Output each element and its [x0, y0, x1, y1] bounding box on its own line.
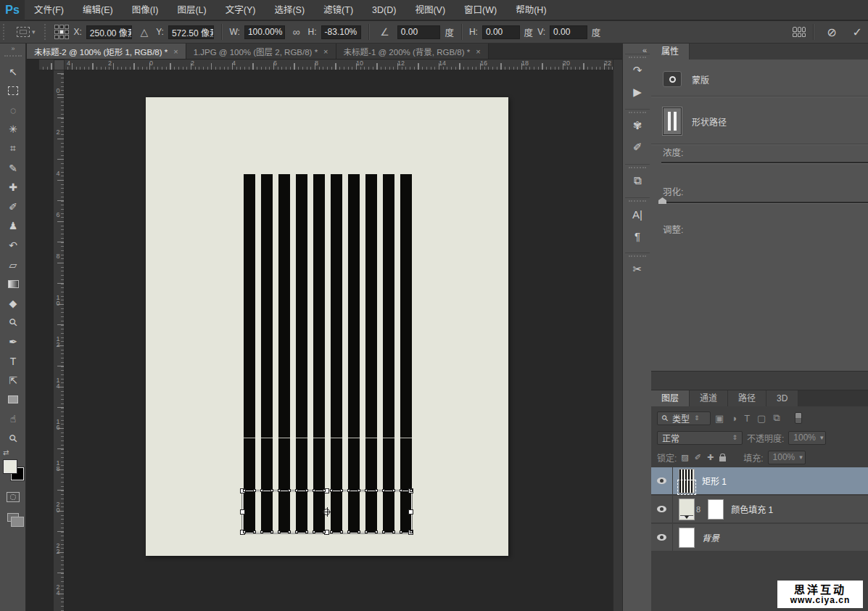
y-position-field[interactable]: 572.50 像素	[168, 25, 215, 39]
path-anchor-point[interactable]	[365, 530, 368, 533]
path-anchor-point[interactable]	[270, 530, 273, 533]
foreground-color-swatch[interactable]	[4, 460, 17, 473]
path-anchor-point[interactable]	[305, 489, 308, 492]
layer-visibility-cell[interactable]	[651, 467, 673, 494]
eye-icon[interactable]	[657, 506, 666, 512]
tab-channels[interactable]: 通道	[690, 390, 728, 406]
panel-splitter[interactable]	[651, 371, 868, 390]
path-anchor-point[interactable]	[375, 530, 378, 533]
eye-icon[interactable]	[657, 534, 666, 541]
reference-point-locator[interactable]	[54, 25, 69, 39]
zoom-tool[interactable]: ⚲	[0, 429, 26, 447]
dock-gripper[interactable]	[629, 167, 646, 168]
quick-mask-mode-button[interactable]	[0, 488, 26, 506]
tab-properties[interactable]: 属性	[651, 44, 690, 60]
tab-paths[interactable]: 路径	[728, 390, 766, 406]
rectangular-marquee-tool[interactable]	[0, 82, 26, 100]
path-anchor-point[interactable]	[243, 530, 246, 533]
quick-selection-tool[interactable]: ✳	[0, 120, 26, 139]
layer-filter-toggle[interactable]	[795, 412, 802, 424]
crop-tool[interactable]: ⌗	[0, 139, 26, 157]
menu-item-edit[interactable]: 编辑(E)	[73, 0, 123, 20]
menu-item-type[interactable]: 文字(Y)	[216, 0, 265, 20]
layer-thumbnail[interactable]	[679, 528, 695, 548]
filter-smart-objects-icon[interactable]: ⧉	[773, 412, 780, 424]
toolbar-collapse-icon[interactable]: »	[0, 45, 25, 52]
warp-mode-toggle[interactable]	[793, 27, 806, 37]
lock-pixels-icon[interactable]: ✐	[695, 453, 701, 462]
document-tab-1-jpg[interactable]: 1.JPG @ 100% (图层 2, RGB/8) *×	[186, 44, 336, 59]
path-anchor-point[interactable]	[382, 489, 385, 492]
tab-close-icon[interactable]: ×	[476, 47, 480, 56]
character-panel-button[interactable]: A|	[625, 203, 650, 225]
document-tab-untitled-2[interactable]: 未标题-2 @ 100% (矩形 1, RGB/8) *×	[27, 44, 186, 59]
path-anchor-point[interactable]	[278, 530, 281, 533]
swap-colors-icon[interactable]: ⇄	[3, 448, 9, 456]
path-anchor-point[interactable]	[288, 489, 291, 492]
path-anchor-point[interactable]	[330, 530, 333, 533]
tab-layers[interactable]: 图层	[651, 390, 690, 406]
rectangle-tool[interactable]	[0, 390, 26, 409]
width-scale-field[interactable]: 100.00%	[244, 25, 285, 39]
path-anchor-point[interactable]	[400, 530, 402, 533]
path-anchor-point[interactable]	[357, 489, 360, 492]
history-brush-tool[interactable]: ↶	[0, 236, 26, 254]
tab-3d[interactable]: 3D	[766, 390, 798, 406]
path-anchor-point[interactable]	[375, 489, 378, 492]
lasso-tool[interactable]: ◌	[0, 101, 26, 119]
relative-positioning-toggle[interactable]: △	[136, 26, 152, 38]
screen-mode-button[interactable]	[0, 508, 26, 526]
move-tool[interactable]: ↖	[0, 62, 26, 81]
cancel-transform-button[interactable]: ⊘	[821, 25, 842, 39]
path-selection-tool[interactable]: ⇱	[0, 372, 26, 390]
layer-visibility-cell[interactable]	[651, 496, 673, 522]
density-slider[interactable]	[661, 162, 868, 163]
menu-item-image[interactable]: 图像(I)	[123, 0, 168, 20]
layer-color-fill-1[interactable]: 8颜色填充 1	[651, 496, 868, 523]
dock-gripper[interactable]	[629, 57, 646, 58]
path-anchor-point[interactable]	[410, 530, 413, 533]
eraser-tool[interactable]: ▱	[0, 255, 26, 274]
dock-gripper[interactable]	[629, 255, 646, 257]
path-anchor-point[interactable]	[278, 489, 281, 492]
path-anchor-point[interactable]	[400, 489, 402, 492]
transform-reference-point[interactable]	[323, 509, 330, 515]
gradient-tool[interactable]	[0, 275, 26, 293]
filter-type-layers-icon[interactable]: T	[744, 413, 750, 424]
path-anchor-point[interactable]	[295, 489, 298, 492]
path-anchor-point[interactable]	[392, 489, 395, 492]
menu-item-filter[interactable]: 滤镜(T)	[314, 0, 363, 20]
transform-handle[interactable]	[408, 509, 413, 514]
path-anchor-point[interactable]	[347, 530, 350, 533]
lock-position-icon[interactable]: ✚	[707, 453, 714, 462]
clone-stamp-tool[interactable]: ♟	[0, 217, 26, 235]
path-anchor-point[interactable]	[288, 530, 291, 533]
layer-mask-thumbnail[interactable]	[708, 499, 724, 520]
path-anchor-point[interactable]	[313, 530, 315, 533]
hand-tool[interactable]: ☝	[0, 410, 26, 428]
path-anchor-point[interactable]	[305, 530, 308, 533]
x-position-field[interactable]: 250.00 像素	[86, 25, 133, 39]
clone-source-panel-button[interactable]: ⧉	[625, 170, 650, 192]
height-scale-field[interactable]: -83.10%	[321, 25, 362, 39]
path-anchor-point[interactable]	[270, 489, 273, 492]
blend-mode-select[interactable]: 正常 ⇕	[657, 431, 743, 445]
layer-rect-1[interactable]: 矩形 1	[651, 467, 868, 495]
filter-shape-layers-icon[interactable]: ▢	[757, 413, 766, 424]
document-tab-untitled-1[interactable]: 未标题-1 @ 200% (背景, RGB/8) *×	[336, 44, 489, 59]
tool-preset-picker[interactable]: ▾	[14, 25, 38, 38]
rotation-angle-field[interactable]: 0.00	[397, 25, 441, 39]
eyedropper-tool[interactable]: ✎	[0, 159, 26, 177]
horizontal-ruler[interactable]: 420246810121416182022	[39, 60, 613, 70]
vertical-ruler[interactable]: 024681012141618202224	[54, 70, 65, 611]
layer-visibility-cell[interactable]	[651, 524, 673, 551]
path-anchor-point[interactable]	[340, 530, 343, 533]
maintain-aspect-ratio-icon[interactable]: ∞	[289, 26, 304, 38]
layer-thumbnail[interactable]	[679, 499, 695, 520]
path-anchor-point[interactable]	[323, 530, 326, 533]
layer-background[interactable]: 背景	[651, 524, 868, 551]
path-anchor-point[interactable]	[313, 489, 315, 492]
menu-item-3d[interactable]: 3D(D)	[363, 0, 405, 20]
actions-panel-button[interactable]: ▶	[625, 81, 650, 103]
path-anchor-point[interactable]	[253, 489, 256, 492]
